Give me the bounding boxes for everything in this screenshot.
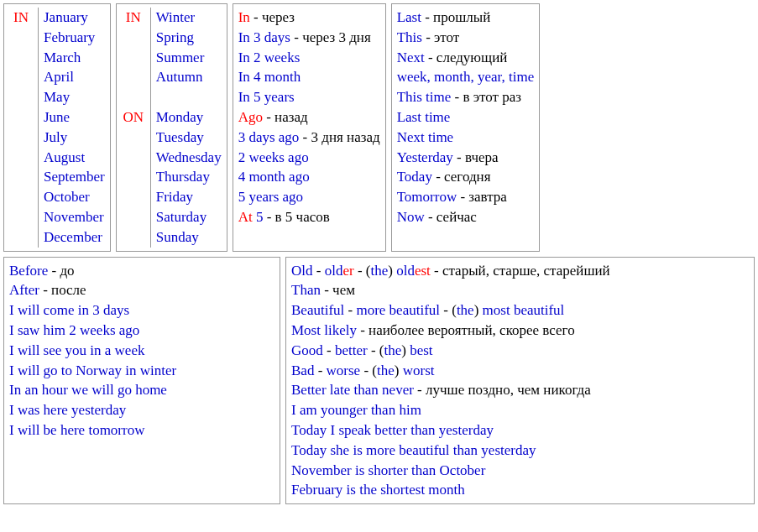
- text-part: - (: [368, 342, 384, 358]
- box-months: IN JanuaryFebruaryMarchAprilMayJuneJulyA…: [3, 3, 111, 252]
- text-line: In 5 years: [238, 87, 380, 107]
- text-part: the: [384, 342, 401, 358]
- text-part: Today: [397, 169, 432, 185]
- text-part: Good: [291, 342, 323, 358]
- text-line: Old - older - (the) oldest - старый, ста…: [291, 261, 749, 281]
- text-line: Next - следующий: [397, 48, 535, 68]
- text-part: - в этот раз: [451, 89, 521, 105]
- label-spacer: [122, 167, 145, 187]
- text-line: Most likely - наиболее вероятный, скорее…: [291, 321, 749, 341]
- text-part: - назад: [263, 109, 308, 125]
- label-spacer: [122, 128, 145, 148]
- months-label-col: IN: [9, 8, 39, 248]
- month-item: October: [44, 187, 105, 207]
- text-part: February is the shortest month: [291, 482, 465, 498]
- text-part: Than: [291, 282, 321, 298]
- text-part: Bad: [291, 362, 314, 378]
- month-item: May: [44, 87, 105, 107]
- top-row: IN JanuaryFebruaryMarchAprilMayJuneJulyA…: [3, 3, 755, 252]
- text-part: - наиболее вероятный, скорее всего: [357, 322, 575, 338]
- text-line: Today - сегодня: [397, 167, 535, 187]
- text-line: February is the shortest month: [291, 480, 749, 500]
- box-comparatives: Old - older - (the) oldest - старый, ста…: [285, 257, 755, 505]
- text-line: Good - better - (the) best: [291, 341, 749, 361]
- text-line: Before - до: [9, 261, 274, 281]
- day-item: Tuesday: [156, 128, 222, 148]
- text-part: -: [344, 302, 356, 318]
- text-part: - через: [250, 9, 295, 25]
- text-part: the: [377, 362, 395, 378]
- text-part: Today she is more beautiful than yesterd…: [291, 442, 536, 458]
- text-line: In 4 month: [238, 67, 380, 87]
- day-item: Thursday: [156, 167, 222, 187]
- text-part: Yesterday: [397, 149, 453, 165]
- month-item: August: [44, 148, 105, 168]
- text-part: - сейчас: [425, 209, 477, 225]
- text-line: Today I speak better than yesterday: [291, 420, 749, 441]
- text-part: - сегодня: [432, 169, 491, 185]
- text-part: In: [238, 9, 250, 25]
- text-part: er: [342, 263, 353, 279]
- text-part: I am younger than him: [291, 402, 421, 418]
- day-item: Sunday: [156, 227, 222, 248]
- text-part: -: [314, 362, 326, 378]
- day-item: Friday: [156, 187, 222, 207]
- season-item: Spring: [156, 28, 222, 48]
- text-part: worst: [403, 362, 435, 378]
- season-item: Summer: [156, 48, 222, 68]
- seasons-days-list: WinterSpringSummerAutumn MondayTuesdayWe…: [156, 8, 222, 248]
- text-part: - 3 дня назад: [299, 129, 379, 145]
- text-part: 5 years ago: [238, 189, 303, 205]
- text-part: - этот: [422, 29, 459, 45]
- text-part: Next time: [397, 129, 454, 145]
- text-line: I will go to Norway in winter: [9, 361, 274, 381]
- text-line: Last time: [397, 107, 535, 128]
- month-item: January: [44, 8, 105, 28]
- text-part: I will go to Norway in winter: [9, 362, 176, 378]
- month-item: April: [44, 67, 105, 87]
- text-part: I will be here tomorrow: [9, 422, 144, 438]
- box-seasons-days: IN ON WinterSpringSummerAutumn MondayTue…: [116, 3, 227, 252]
- day-item: Saturday: [156, 207, 222, 227]
- text-line: In 3 days - через 3 дня: [238, 28, 380, 48]
- text-part: - в 5 часов: [263, 209, 329, 225]
- text-part: After: [9, 282, 39, 298]
- text-part: -: [323, 342, 335, 358]
- text-line: 2 weeks ago: [238, 148, 380, 168]
- text-part: - (: [360, 362, 377, 378]
- text-line: November is shorter than October: [291, 461, 749, 481]
- text-line: Today she is more beautiful than yesterd…: [291, 441, 749, 461]
- preposition-label: IN: [122, 8, 145, 28]
- text-part: This time: [397, 89, 452, 105]
- text-part: Today I speak better than yesterday: [291, 422, 494, 438]
- season-item: Autumn: [156, 67, 222, 87]
- text-part: ): [474, 302, 483, 318]
- box-before-after: Before - доAfter - послеI will come in 3…: [3, 257, 280, 505]
- text-part: old: [325, 263, 343, 279]
- text-part: better: [335, 342, 368, 358]
- text-part: Most likely: [291, 322, 357, 338]
- list-spacer: [156, 87, 222, 107]
- text-part: November is shorter than October: [291, 462, 485, 478]
- text-part: Better late than never: [291, 382, 414, 398]
- text-part: I will see you in a week: [9, 342, 144, 358]
- text-line: At 5 - в 5 часов: [238, 207, 380, 227]
- text-line: Last - прошлый: [397, 8, 535, 28]
- text-part: I saw him 2 weeks ago: [9, 322, 139, 338]
- text-part: - завтра: [457, 189, 507, 205]
- text-part: Last time: [397, 109, 451, 125]
- day-item: Monday: [156, 107, 222, 128]
- text-part: In 3 days: [238, 29, 290, 45]
- text-line: Ago - назад: [238, 107, 380, 128]
- month-item: March: [44, 48, 105, 68]
- text-line: Yesterday - вчера: [397, 148, 535, 168]
- text-line: Tomorrow - завтра: [397, 187, 535, 207]
- text-line: I was here yesterday: [9, 400, 274, 420]
- text-line: This - этот: [397, 28, 535, 48]
- season-item: Winter: [156, 8, 222, 28]
- text-part: In 5 years: [238, 89, 295, 105]
- text-line: In an hour we will go home: [9, 380, 274, 400]
- months-list: JanuaryFebruaryMarchAprilMayJuneJulyAugu…: [44, 8, 105, 248]
- text-part: - вчера: [453, 149, 499, 165]
- text-part: - чем: [321, 282, 355, 298]
